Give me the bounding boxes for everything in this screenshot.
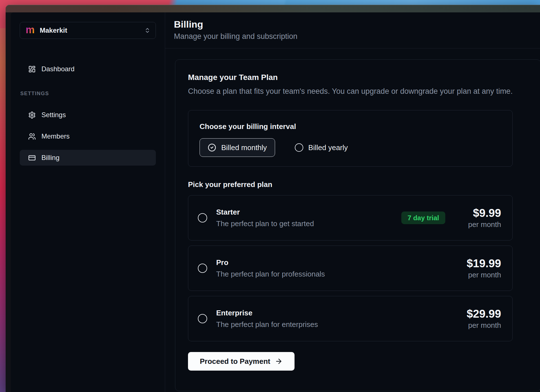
sidebar: m Makerkit Dashboard SETTINGS Settings M… bbox=[11, 12, 165, 392]
radio-circle-icon[interactable] bbox=[198, 264, 207, 273]
chevrons-up-down-icon bbox=[144, 27, 151, 34]
billed-monthly-label: Billed monthly bbox=[221, 143, 267, 152]
arrow-right-icon bbox=[275, 357, 283, 365]
app-window: m Makerkit Dashboard SETTINGS Settings M… bbox=[6, 5, 540, 392]
sidebar-item-dashboard[interactable]: Dashboard bbox=[20, 61, 156, 77]
plan-card-pro[interactable]: Pro The perfect plan for professionals $… bbox=[188, 246, 513, 291]
plans-label: Pick your preferred plan bbox=[188, 180, 524, 189]
plan-price: $9.99 bbox=[462, 206, 501, 219]
sidebar-section-label: SETTINGS bbox=[20, 91, 156, 97]
page-title: Billing bbox=[174, 18, 540, 30]
plan-name: Enterprise bbox=[216, 309, 318, 317]
users-icon bbox=[28, 133, 36, 140]
plan-price: $29.99 bbox=[462, 307, 501, 320]
proceed-button-label: Proceed to Payment bbox=[200, 357, 270, 366]
header-divider bbox=[165, 48, 540, 48]
plan-name: Starter bbox=[216, 208, 314, 217]
page-subtitle: Manage your billing and subscription bbox=[174, 31, 540, 41]
plan-info: Starter The perfect plan to get started bbox=[216, 208, 314, 228]
price-block: $9.99 per month bbox=[462, 206, 501, 229]
makerkit-logo-icon: m bbox=[26, 25, 35, 35]
plan-pricing: 7 day trial $9.99 per month bbox=[401, 206, 501, 229]
plan-description: The perfect plan to get started bbox=[216, 219, 314, 228]
billed-yearly-option[interactable]: Billed yearly bbox=[295, 143, 348, 152]
sidebar-item-settings[interactable]: Settings bbox=[20, 107, 156, 123]
plan-info: Pro The perfect plan for professionals bbox=[216, 258, 325, 279]
sidebar-item-label: Members bbox=[41, 132, 70, 140]
proceed-to-payment-button[interactable]: Proceed to Payment bbox=[188, 352, 295, 371]
plan-period: per month bbox=[462, 220, 501, 229]
sidebar-nav: Dashboard SETTINGS Settings Members Bill… bbox=[20, 61, 156, 166]
plan-period: per month bbox=[462, 270, 501, 280]
plan-pricing: $19.99 per month bbox=[462, 257, 501, 280]
team-name: Makerkit bbox=[40, 26, 67, 34]
dashboard-icon bbox=[28, 65, 36, 73]
sidebar-item-label: Billing bbox=[41, 154, 59, 162]
sidebar-item-members[interactable]: Members bbox=[20, 128, 156, 144]
billing-interval-label: Choose your billing interval bbox=[200, 122, 501, 131]
plans-list: Starter The perfect plan to get started … bbox=[188, 195, 513, 341]
radio-circle-icon[interactable] bbox=[198, 213, 207, 222]
plan-card-starter[interactable]: Starter The perfect plan to get started … bbox=[188, 195, 513, 240]
radio-circle-icon[interactable] bbox=[198, 314, 207, 323]
plan-card-enterprise[interactable]: Enterprise The perfect plan for enterpri… bbox=[188, 296, 513, 341]
page-header: Billing Manage your billing and subscrip… bbox=[165, 12, 540, 41]
card-description: Choose a plan that fits your team's need… bbox=[188, 86, 524, 96]
check-circle-icon bbox=[208, 143, 216, 152]
price-block: $29.99 per month bbox=[462, 307, 501, 330]
billed-yearly-label: Billed yearly bbox=[308, 143, 348, 152]
billed-monthly-option[interactable]: Billed monthly bbox=[200, 138, 275, 157]
plan-price: $19.99 bbox=[462, 257, 501, 270]
billing-interval-options: Billed monthly Billed yearly bbox=[200, 138, 501, 157]
sidebar-item-billing[interactable]: Billing bbox=[20, 150, 156, 166]
main-content: Billing Manage your billing and subscrip… bbox=[165, 12, 540, 392]
plan-info: Enterprise The perfect plan for enterpri… bbox=[216, 309, 318, 329]
app-content: m Makerkit Dashboard SETTINGS Settings M… bbox=[11, 12, 540, 392]
card-title: Manage your Team Plan bbox=[188, 72, 524, 83]
team-plan-card: Manage your Team Plan Choose a plan that… bbox=[175, 59, 540, 391]
price-block: $19.99 per month bbox=[462, 257, 501, 280]
sidebar-item-label: Dashboard bbox=[41, 65, 74, 73]
plan-description: The perfect plan for professionals bbox=[216, 270, 325, 279]
radio-circle-icon bbox=[295, 143, 303, 152]
plan-period: per month bbox=[462, 321, 501, 330]
trial-badge: 7 day trial bbox=[401, 211, 445, 224]
team-selector[interactable]: m Makerkit bbox=[20, 22, 156, 39]
plan-description: The perfect plan for enterprises bbox=[216, 320, 318, 329]
plan-pricing: $29.99 per month bbox=[462, 307, 501, 330]
credit-card-icon bbox=[28, 154, 36, 162]
billing-interval-group: Choose your billing interval Billed mont… bbox=[188, 110, 513, 167]
gear-icon bbox=[28, 111, 36, 119]
window-titlebar[interactable] bbox=[6, 5, 540, 12]
plan-name: Pro bbox=[216, 258, 325, 267]
sidebar-item-label: Settings bbox=[41, 111, 66, 119]
